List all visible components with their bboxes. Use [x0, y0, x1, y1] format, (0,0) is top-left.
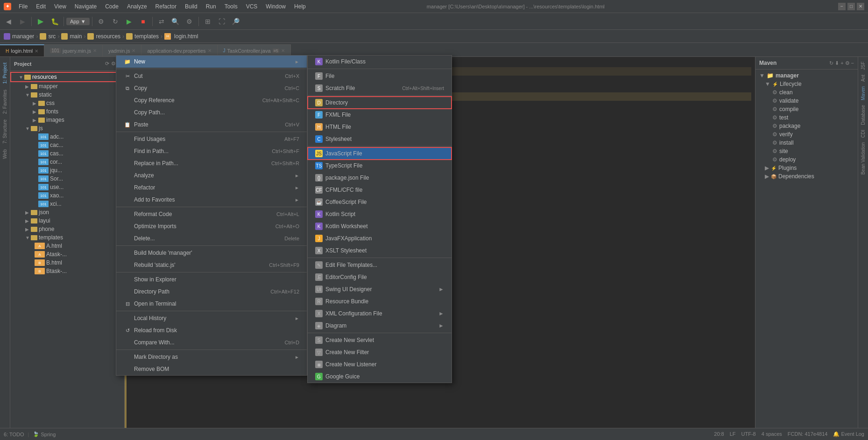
- right-tab-database[interactable]: Database: [860, 103, 867, 127]
- maven-item-site[interactable]: ⚙ site: [757, 147, 856, 155]
- debug-button[interactable]: 🐛: [48, 15, 61, 28]
- menu-vcs[interactable]: VCS: [242, 2, 261, 11]
- submenu-item-html[interactable]: H HTML File: [308, 121, 452, 133]
- submenu-item-javafx[interactable]: J JavaFXApplication: [308, 232, 452, 244]
- tree-item-jqu[interactable]: 101 jqu...: [10, 166, 124, 175]
- submenu-item-kotlin-script[interactable]: K Kotlin Script: [308, 208, 452, 220]
- ctx-item-reformat[interactable]: Reformat Code Ctrl+Alt+L: [116, 208, 307, 220]
- tree-item-cac[interactable]: 101 cac...: [10, 141, 124, 149]
- ctx-item-show-explorer[interactable]: Show in Explorer: [116, 273, 307, 286]
- tree-item-images[interactable]: ▶ images: [10, 116, 124, 124]
- submenu-item-xslt[interactable]: X XSLT Stylesheet: [308, 244, 452, 257]
- maven-item-deploy[interactable]: ⚙ deploy: [757, 155, 856, 164]
- forward-button[interactable]: ▶: [16, 15, 29, 28]
- tree-item-static[interactable]: ▼ static: [10, 91, 124, 99]
- menu-navigate[interactable]: Navigate: [71, 2, 100, 11]
- tree-item-atask[interactable]: A Atask-...: [10, 250, 124, 258]
- ctx-item-rebuild[interactable]: Rebuild 'static.js' Ctrl+Shift+F9: [116, 259, 307, 271]
- breadcrumb-item-loginhtml[interactable]: H login.html: [164, 33, 198, 40]
- maven-item-test[interactable]: ⚙ test: [757, 113, 856, 122]
- ctx-item-refactor[interactable]: Refactor ►: [116, 182, 307, 194]
- submenu-item-typescript[interactable]: TS TypeScript File: [308, 160, 452, 172]
- tree-item-css[interactable]: ▶ css: [10, 99, 124, 107]
- ctx-item-local-history[interactable]: Local History ►: [116, 312, 307, 324]
- submenu-item-resource-bundle[interactable]: R Resource Bundle: [308, 295, 452, 307]
- ctx-item-reload[interactable]: ↺Reload from Disk: [116, 324, 307, 336]
- left-tab-structure[interactable]: 7: Structure: [1, 118, 8, 146]
- settings-button[interactable]: ⚙: [183, 15, 196, 28]
- ctx-item-copy-reference[interactable]: Copy Reference Ctrl+Alt+Shift+C: [116, 94, 307, 106]
- ctx-item-new[interactable]: 📁New ►: [116, 56, 307, 68]
- submenu-item-create-servlet[interactable]: S Create New Servlet: [308, 334, 452, 346]
- tree-item-mapper[interactable]: ▶ mapper: [10, 82, 124, 91]
- tab-loginhtml[interactable]: H login.html ✕: [0, 44, 44, 56]
- maven-item-plugins[interactable]: ▶ ⚡ Plugins: [757, 164, 856, 172]
- update-button[interactable]: ↻: [109, 15, 122, 28]
- submenu-item-packagejson[interactable]: {} package.json File: [308, 172, 452, 184]
- tree-item-layui[interactable]: ▶ layui: [10, 217, 124, 225]
- ctx-item-find-usages[interactable]: Find Usages Alt+F7: [116, 133, 307, 145]
- maven-item-validate[interactable]: ⚙ validate: [757, 97, 856, 105]
- tree-item-templates[interactable]: ▼ templates: [10, 233, 124, 242]
- submenu-item-edit-templates[interactable]: ✎ Edit File Templates...: [308, 259, 452, 271]
- ctx-item-compare[interactable]: Compare With... Ctrl+D: [116, 336, 307, 349]
- right-tab-jsf[interactable]: JSF: [860, 60, 867, 72]
- ctx-item-delete[interactable]: Delete... Delete: [116, 232, 307, 244]
- left-tab-web[interactable]: Web: [1, 147, 8, 161]
- breadcrumb-item-manager[interactable]: manager: [4, 33, 34, 40]
- menu-help[interactable]: Help: [290, 2, 310, 11]
- ctx-item-mark-dir[interactable]: Mark Directory as ►: [116, 351, 307, 363]
- ctx-item-copy-path[interactable]: Copy Path...: [116, 106, 307, 119]
- submenu-item-google-guice[interactable]: G Google Guice: [308, 370, 452, 383]
- submenu-item-stylesheet[interactable]: C Stylesheet: [308, 133, 452, 145]
- maven-download-button[interactable]: ⬇: [835, 60, 839, 66]
- tree-item-json[interactable]: ▶ json: [10, 208, 124, 217]
- submenu-item-cfml[interactable]: CF CFML/CFC file: [308, 184, 452, 196]
- breadcrumb-item-templates[interactable]: templates: [126, 33, 159, 40]
- sync-button[interactable]: ⇄: [155, 15, 168, 28]
- tree-item-js[interactable]: ▼ js: [10, 124, 124, 133]
- right-tab-ant[interactable]: Ant: [860, 73, 867, 84]
- tab-close-appdevprops[interactable]: ✕: [208, 48, 212, 53]
- ctx-item-optimize[interactable]: Optimize Imports Ctrl+Alt+O: [116, 220, 307, 232]
- submenu-item-coffeescript[interactable]: ☕ CoffeeScript File: [308, 196, 452, 208]
- menu-run[interactable]: Run: [202, 2, 220, 11]
- submenu-item-kotlin-class[interactable]: K Kotlin File/Class: [308, 56, 452, 68]
- restore-button[interactable]: □: [847, 3, 855, 10]
- tree-item-ahtml[interactable]: A A.html: [10, 242, 124, 250]
- fullscreen-button[interactable]: ⛶: [215, 15, 228, 28]
- breadcrumb-item-main[interactable]: main: [61, 33, 82, 40]
- ctx-item-analyze[interactable]: Analyze ►: [116, 169, 307, 182]
- menu-edit[interactable]: Edit: [32, 2, 49, 11]
- ctx-item-paste[interactable]: 📋Paste Ctrl+V: [116, 119, 307, 131]
- split-button[interactable]: ⊞: [201, 15, 214, 28]
- submenu-item-kotlin-worksheet[interactable]: K Kotlin Worksheet: [308, 220, 452, 232]
- stop-button[interactable]: ■: [137, 15, 150, 28]
- sidebar-sync-button[interactable]: ⟳: [105, 61, 109, 67]
- maven-settings-button[interactable]: ⚙: [845, 60, 850, 66]
- tree-item-btask[interactable]: B Btask-...: [10, 267, 124, 275]
- tree-item-adc[interactable]: 101 adc...: [10, 133, 124, 141]
- ctx-item-build-module[interactable]: Build Module 'manager': [116, 247, 307, 259]
- submenu-item-scratch[interactable]: S Scratch File Ctrl+Alt+Shift+Insert: [308, 82, 452, 94]
- submenu-item-directory[interactable]: D Directory: [308, 97, 452, 109]
- tree-item-xao[interactable]: 101 xao...: [10, 191, 124, 200]
- submenu-item-file[interactable]: F File: [308, 70, 452, 82]
- breadcrumb-item-src[interactable]: src: [40, 33, 56, 40]
- maven-item-lifecycle[interactable]: ▼ ⚡ Lifecycle: [757, 80, 856, 88]
- tree-item-resources[interactable]: ▼ resources: [10, 72, 124, 82]
- right-tab-maven[interactable]: Maven: [860, 84, 867, 102]
- tab-close-loginhtml[interactable]: ✕: [35, 49, 38, 54]
- tree-item-use[interactable]: 101 use...: [10, 183, 124, 191]
- menu-code[interactable]: Code: [101, 2, 122, 11]
- tab-jqueryminjs[interactable]: 101 jquery.min.js ✕: [44, 44, 103, 56]
- maven-item-install[interactable]: ⚙ install: [757, 139, 856, 147]
- maven-item-verify[interactable]: ⚙ verify: [757, 130, 856, 139]
- submenu-item-editorconfig[interactable]: .E EditorConfig File: [308, 271, 452, 283]
- minimize-button[interactable]: −: [838, 3, 846, 10]
- ctx-item-remove-bom[interactable]: Remove BOM: [116, 363, 307, 375]
- event-log[interactable]: 🔔 Event Log: [833, 431, 864, 437]
- status-spring[interactable]: 🍃 Spring: [33, 431, 56, 437]
- app-selector[interactable]: App ▼: [66, 18, 90, 25]
- breadcrumb-item-resources[interactable]: resources: [87, 33, 120, 40]
